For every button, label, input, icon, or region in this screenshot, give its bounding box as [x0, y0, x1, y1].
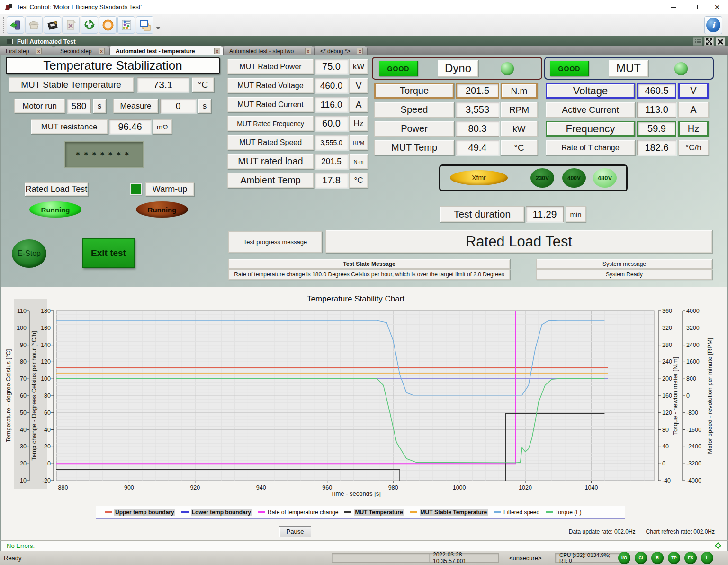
xfmr-tap-230v[interactable]: 230V [530, 168, 554, 188]
save-icon[interactable] [44, 16, 61, 34]
status-led[interactable]: CI [635, 552, 647, 564]
windows-icon[interactable] [136, 16, 153, 34]
dyno-row-unit: °C [501, 140, 538, 155]
mut-row-label: Rate of T change [546, 140, 635, 155]
rated-load-status-indicator: Running [29, 201, 81, 218]
dyno-row-label: Power [374, 121, 454, 137]
measure-unit: s [198, 99, 211, 113]
rated-row-unit: °C [349, 173, 368, 188]
stop-hand-icon[interactable] [99, 16, 117, 34]
mut-good-indicator[interactable]: GOOD [550, 61, 589, 76]
temperature-stability-chart: Temperature Stability Chart8809009209409… [1, 287, 723, 503]
estop-button[interactable]: E-Stop [12, 239, 46, 268]
rated-row-label: MUT Rated Speed [227, 135, 314, 150]
motor-run-value: 580 [67, 99, 91, 113]
dock-grid-icon[interactable] [693, 37, 702, 46]
svg-text:1020: 1020 [519, 484, 532, 491]
xfmr-indicator: Xfmr [450, 170, 508, 185]
svg-text:2400: 2400 [686, 342, 700, 348]
restore-icon[interactable] [704, 37, 714, 46]
test-duration-value: 11.29 [526, 206, 564, 222]
dyno-title: Dyno [438, 60, 478, 77]
tab-close-icon[interactable]: x [214, 48, 220, 54]
status-led[interactable]: FS [684, 552, 697, 564]
legend-item[interactable]: MUT Stable Temperature [410, 509, 488, 516]
mut-led [674, 62, 688, 75]
resistance-label: MUT resistance [31, 119, 108, 134]
status-led[interactable]: L [701, 552, 713, 564]
info-icon[interactable]: i [704, 16, 722, 34]
test-duration-label: Test duration [440, 206, 524, 222]
error-refresh-icon[interactable] [715, 542, 721, 549]
motor-run-label: Motor run [14, 99, 65, 113]
status-led[interactable]: R [651, 552, 664, 564]
tab-first-step[interactable]: First stepx [0, 46, 54, 55]
dyno-good-indicator[interactable]: GOOD [379, 61, 418, 76]
rated-row-label: Ambient Temp [227, 173, 314, 188]
svg-text:10: 10 [20, 477, 27, 484]
rated-row-label: MUT rated load [227, 154, 314, 169]
rated-row-value: 60.0 [315, 116, 348, 131]
measure-value: 0 [160, 99, 196, 113]
exit-door-icon[interactable] [7, 16, 24, 34]
minimize-button[interactable] [663, 0, 684, 14]
tab-automated-step-two[interactable]: Automated test - step twox [224, 46, 315, 55]
tab-close-icon[interactable]: x [305, 48, 311, 54]
xfmr-tap-480v[interactable]: 480V [593, 168, 617, 188]
rated-row-label: MUT Rated Current [227, 97, 314, 112]
legend-item[interactable]: Torque (F) [546, 509, 581, 516]
svg-text:40: 40 [20, 427, 27, 433]
legend-item[interactable]: Upper temp boundary [105, 509, 175, 516]
toolbar-overflow-icon[interactable] [156, 27, 161, 32]
toolbar: i [0, 14, 728, 36]
svg-text:80: 80 [20, 358, 27, 365]
xfmr-tap-400v[interactable]: 400V [562, 168, 586, 188]
legend-item[interactable]: Rate of temperature change [258, 509, 338, 516]
refresh-icon[interactable] [81, 16, 98, 34]
mut-row-value: 182.6 [637, 140, 676, 155]
mut-row-value: 460.5 [637, 83, 676, 99]
pause-button[interactable]: Pause [279, 526, 311, 537]
close-panel-icon[interactable] [716, 37, 725, 46]
status-led[interactable]: I/O [618, 552, 630, 564]
legend-item[interactable]: Lower temp boundary [181, 509, 252, 516]
svg-text:-800: -800 [686, 410, 698, 416]
rated-row-value: 460.0 [315, 78, 348, 93]
warmup-checkbox[interactable] [130, 183, 142, 195]
chart-refresh-rate: Chart refresh rate: 002.0Hz [646, 529, 715, 535]
dyno-row-label: Speed [374, 102, 454, 118]
svg-text:Temperature Stability Chart: Temperature Stability Chart [307, 294, 404, 303]
legend-item[interactable]: MUT Temperature [344, 509, 404, 516]
svg-text:200: 200 [662, 375, 672, 382]
status-led[interactable]: TP [668, 552, 680, 564]
svg-text:240: 240 [662, 358, 672, 365]
open-icon[interactable] [25, 16, 43, 34]
svg-text:90: 90 [20, 342, 27, 348]
tab-automated-temperature[interactable]: Automated test - temperaturex [110, 46, 224, 55]
tab-debug[interactable]: <* debug *>x [315, 46, 368, 55]
test-state-header: Test State Message [228, 259, 510, 269]
svg-text:160: 160 [662, 392, 672, 399]
legend-dash [105, 511, 112, 513]
main-panel: Temperature Stabilization MUT Stable Tem… [0, 55, 728, 287]
legend-dash [410, 511, 417, 513]
svg-text:980: 980 [388, 484, 398, 491]
dyno-row-unit: N.m [501, 83, 538, 99]
svg-text:-1600: -1600 [686, 427, 701, 433]
tab-close-icon[interactable]: x [357, 48, 363, 54]
exit-test-button[interactable]: Exit test [82, 238, 135, 268]
tab-close-icon[interactable]: x [99, 48, 105, 54]
resistance-value: 96.46 [109, 119, 151, 134]
tab-close-icon[interactable]: x [36, 48, 42, 54]
settings-panel-icon[interactable] [117, 16, 135, 34]
svg-text:30: 30 [20, 443, 27, 450]
legend-item[interactable]: Filtered speed [494, 509, 539, 516]
close-button[interactable]: × [706, 0, 728, 14]
svg-text:20: 20 [20, 460, 27, 467]
dyno-row-value: 80.3 [456, 121, 499, 137]
tab-second-step[interactable]: Second stepx [54, 46, 110, 55]
delete-icon[interactable] [62, 16, 80, 34]
maximize-button[interactable] [684, 0, 706, 14]
section-title: Temperature Stabilization [6, 57, 220, 74]
status-bar: Ready2022-03-28 10:35:57.001<unsecure>CP… [0, 551, 728, 565]
